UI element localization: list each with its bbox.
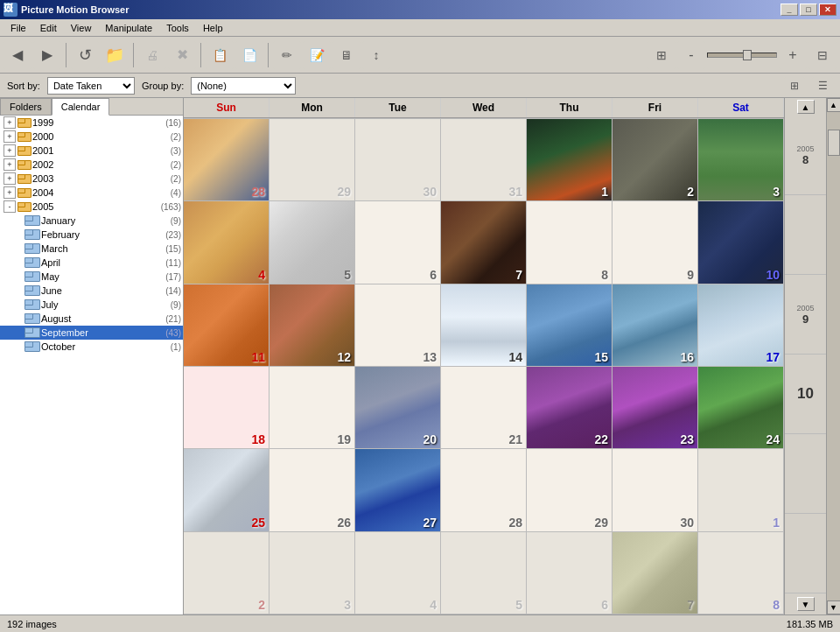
menu-tools[interactable]: Tools bbox=[159, 21, 196, 35]
grid-view-button[interactable]: ⊞ bbox=[784, 77, 805, 95]
vscroll-down-button[interactable]: ▼ bbox=[827, 600, 841, 614]
minimize-button[interactable]: _ bbox=[780, 4, 798, 16]
cal-cell-29-prev[interactable]: 29 bbox=[270, 119, 355, 200]
month-item-april[interactable]: April (11) bbox=[0, 256, 183, 270]
scroll-down-button[interactable]: ▼ bbox=[797, 597, 815, 611]
cal-cell-14[interactable]: 14 bbox=[441, 284, 527, 366]
cal-cell-23[interactable]: 23 bbox=[612, 367, 698, 448]
month-item-july[interactable]: July (9) bbox=[0, 298, 183, 312]
view1-button[interactable]: ⊞ bbox=[648, 41, 676, 69]
zoom-in-button[interactable]: + bbox=[779, 41, 807, 69]
menu-edit[interactable]: Edit bbox=[33, 21, 64, 35]
cal-cell-4-next[interactable]: 4 bbox=[355, 532, 441, 614]
cal-cell-10[interactable]: 10 bbox=[698, 201, 784, 283]
cal-cell-6-next[interactable]: 6 bbox=[527, 532, 612, 614]
cal-cell-8-next[interactable]: 8 bbox=[698, 532, 784, 614]
cal-cell-31-prev[interactable]: 31 bbox=[441, 119, 527, 200]
zoom-out-button[interactable]: - bbox=[677, 41, 705, 69]
edit-button[interactable]: ✏ bbox=[273, 41, 301, 69]
cal-cell-4[interactable]: 4 bbox=[184, 201, 270, 283]
copy-button[interactable]: 📋 bbox=[206, 41, 234, 69]
cal-cell-30[interactable]: 30 bbox=[612, 449, 698, 530]
expand-2001[interactable]: + bbox=[4, 144, 16, 157]
tree-item-1999[interactable]: + 1999 (16) bbox=[0, 116, 183, 130]
zoom-slider-thumb[interactable] bbox=[743, 50, 752, 60]
cal-cell-5[interactable]: 5 bbox=[270, 201, 355, 283]
expand-2002[interactable]: + bbox=[4, 158, 16, 171]
cal-cell-30-prev[interactable]: 30 bbox=[355, 119, 441, 200]
tree-item-2005[interactable]: - 2005 (163) bbox=[0, 200, 183, 214]
expand-2004[interactable]: + bbox=[4, 186, 16, 199]
cal-cell-21[interactable]: 21 bbox=[441, 367, 527, 448]
cal-cell-1-next[interactable]: 1 bbox=[698, 449, 784, 530]
fullscreen-button[interactable]: 🖥 bbox=[332, 41, 360, 69]
expand-2005[interactable]: - bbox=[4, 200, 16, 213]
cal-cell-2[interactable]: 2 bbox=[612, 119, 698, 200]
cal-cell-28[interactable]: 28 bbox=[441, 449, 527, 530]
cal-cell-11[interactable]: 11 bbox=[184, 284, 270, 366]
vscroll-track[interactable] bbox=[827, 112, 841, 600]
cal-cell-17[interactable]: 17 bbox=[698, 284, 784, 366]
group-select[interactable]: (None) bbox=[191, 77, 296, 95]
cal-cell-28-prev[interactable]: 28 bbox=[184, 119, 270, 200]
forward-button[interactable]: ▶ bbox=[33, 41, 61, 69]
sort-select[interactable]: Date Taken bbox=[47, 77, 135, 95]
cal-cell-13[interactable]: 13 bbox=[355, 284, 441, 366]
month-item-march[interactable]: March (15) bbox=[0, 242, 183, 256]
cal-cell-24[interactable]: 24 bbox=[698, 367, 784, 448]
menu-file[interactable]: File bbox=[4, 21, 33, 35]
scroll-up-button[interactable]: ▲ bbox=[797, 100, 815, 114]
view2-button[interactable]: ⊟ bbox=[808, 41, 836, 69]
month-item-september[interactable]: September (43) bbox=[0, 326, 183, 340]
month-item-august[interactable]: August (21) bbox=[0, 312, 183, 326]
cal-cell-19[interactable]: 19 bbox=[270, 367, 355, 448]
cal-cell-27[interactable]: 27 bbox=[355, 449, 441, 530]
cal-cell-5-next[interactable]: 5 bbox=[441, 532, 527, 614]
open-folder-button[interactable]: 📁 bbox=[101, 41, 129, 69]
expand-1999[interactable]: + bbox=[4, 116, 16, 129]
maximize-button[interactable]: □ bbox=[800, 4, 817, 16]
cal-cell-15[interactable]: 15 bbox=[527, 284, 612, 366]
clipboard-button[interactable]: 📄 bbox=[235, 41, 263, 69]
tab-folders[interactable]: Folders bbox=[0, 98, 52, 115]
month-item-january[interactable]: January (9) bbox=[0, 214, 183, 228]
month-item-february[interactable]: February (23) bbox=[0, 228, 183, 242]
cal-cell-8[interactable]: 8 bbox=[527, 201, 612, 283]
tree-item-2003[interactable]: + 2003 (2) bbox=[0, 172, 183, 186]
vscroll-thumb[interactable] bbox=[828, 130, 840, 156]
cal-cell-7-next[interactable]: 7 bbox=[612, 532, 698, 614]
month-item-june[interactable]: June (14) bbox=[0, 284, 183, 298]
rotate-button[interactable]: ↕ bbox=[362, 41, 390, 69]
cal-cell-3-next[interactable]: 3 bbox=[270, 532, 355, 614]
delete-button[interactable]: ✖ bbox=[168, 41, 196, 69]
cal-cell-6[interactable]: 6 bbox=[355, 201, 441, 283]
close-button[interactable]: ✕ bbox=[819, 4, 836, 16]
tree-item-2001[interactable]: + 2001 (3) bbox=[0, 144, 183, 158]
menu-view[interactable]: View bbox=[64, 21, 99, 35]
zoom-slider-track[interactable] bbox=[707, 53, 777, 58]
month-item-october[interactable]: October (1) bbox=[0, 340, 183, 354]
back-button[interactable]: ◀ bbox=[4, 41, 32, 69]
cal-cell-7[interactable]: 7 bbox=[441, 201, 527, 283]
cal-cell-22[interactable]: 22 bbox=[527, 367, 612, 448]
cal-cell-29[interactable]: 29 bbox=[527, 449, 612, 530]
list-view-button[interactable]: ☰ bbox=[812, 77, 833, 95]
tree-item-2002[interactable]: + 2002 (2) bbox=[0, 158, 183, 172]
cal-cell-12[interactable]: 12 bbox=[270, 284, 355, 366]
vscroll-up-button[interactable]: ▲ bbox=[827, 98, 841, 112]
cal-cell-18[interactable]: 18 bbox=[184, 367, 270, 448]
expand-2003[interactable]: + bbox=[4, 172, 16, 185]
cal-cell-9[interactable]: 9 bbox=[612, 201, 698, 283]
cal-cell-20[interactable]: 20 bbox=[355, 367, 441, 448]
menu-manipulate[interactable]: Manipulate bbox=[98, 21, 159, 35]
tab-calendar[interactable]: Calendar bbox=[52, 98, 110, 116]
cal-cell-16[interactable]: 16 bbox=[612, 284, 698, 366]
info-button[interactable]: 📝 bbox=[303, 41, 331, 69]
tree-item-2000[interactable]: + 2000 (2) bbox=[0, 130, 183, 144]
cal-cell-25[interactable]: 25 bbox=[184, 449, 270, 530]
expand-2000[interactable]: + bbox=[4, 130, 16, 143]
cal-cell-3[interactable]: 3 bbox=[698, 119, 784, 200]
cal-cell-1[interactable]: 1 bbox=[527, 119, 612, 200]
cal-cell-2-next[interactable]: 2 bbox=[184, 532, 270, 614]
refresh-button[interactable]: ↺ bbox=[71, 41, 99, 69]
